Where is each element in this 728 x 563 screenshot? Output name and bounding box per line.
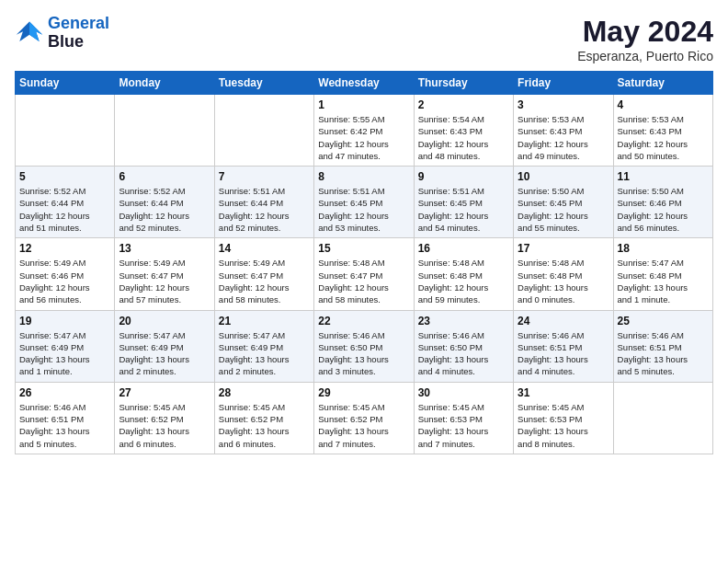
day-number: 21 bbox=[219, 315, 310, 327]
day-number: 25 bbox=[618, 315, 709, 327]
day-info: Sunrise: 5:48 AM Sunset: 6:48 PM Dayligh… bbox=[418, 257, 509, 305]
calendar-cell: 14Sunrise: 5:49 AM Sunset: 6:47 PM Dayli… bbox=[214, 238, 313, 310]
day-number: 17 bbox=[518, 242, 609, 255]
location: Esperanza, Puerto Rico bbox=[577, 49, 713, 63]
calendar-cell: 3Sunrise: 5:53 AM Sunset: 6:43 PM Daylig… bbox=[514, 95, 613, 167]
day-number: 6 bbox=[119, 170, 210, 183]
calendar-cell: 16Sunrise: 5:48 AM Sunset: 6:48 PM Dayli… bbox=[414, 238, 513, 310]
day-number: 2 bbox=[418, 98, 509, 111]
day-info: Sunrise: 5:47 AM Sunset: 6:49 PM Dayligh… bbox=[219, 329, 310, 378]
day-number: 30 bbox=[418, 386, 509, 399]
title-block: May 2024 Esperanza, Puerto Rico bbox=[577, 15, 713, 63]
day-info: Sunrise: 5:50 AM Sunset: 6:46 PM Dayligh… bbox=[618, 185, 709, 234]
day-number: 29 bbox=[318, 386, 409, 399]
day-info: Sunrise: 5:45 AM Sunset: 6:52 PM Dayligh… bbox=[119, 401, 210, 450]
calendar-cell: 19Sunrise: 5:47 AM Sunset: 6:49 PM Dayli… bbox=[16, 310, 115, 382]
day-number: 13 bbox=[119, 242, 210, 255]
day-info: Sunrise: 5:46 AM Sunset: 6:50 PM Dayligh… bbox=[418, 329, 509, 378]
day-number: 22 bbox=[318, 315, 409, 327]
calendar-cell: 30Sunrise: 5:45 AM Sunset: 6:53 PM Dayli… bbox=[414, 382, 513, 454]
calendar-cell: 9Sunrise: 5:51 AM Sunset: 6:45 PM Daylig… bbox=[414, 167, 513, 238]
day-info: Sunrise: 5:47 AM Sunset: 6:49 PM Dayligh… bbox=[119, 329, 210, 378]
month-title: May 2024 bbox=[577, 15, 713, 49]
calendar-cell: 31Sunrise: 5:45 AM Sunset: 6:53 PM Dayli… bbox=[514, 382, 613, 454]
day-info: Sunrise: 5:49 AM Sunset: 6:47 PM Dayligh… bbox=[219, 257, 310, 305]
calendar-cell: 10Sunrise: 5:50 AM Sunset: 6:45 PM Dayli… bbox=[514, 167, 613, 238]
calendar-cell: 4Sunrise: 5:53 AM Sunset: 6:43 PM Daylig… bbox=[613, 95, 712, 167]
day-info: Sunrise: 5:52 AM Sunset: 6:44 PM Dayligh… bbox=[19, 185, 110, 234]
day-info: Sunrise: 5:45 AM Sunset: 6:53 PM Dayligh… bbox=[418, 401, 509, 450]
day-info: Sunrise: 5:51 AM Sunset: 6:45 PM Dayligh… bbox=[318, 185, 409, 234]
calendar-cell: 2Sunrise: 5:54 AM Sunset: 6:43 PM Daylig… bbox=[414, 95, 513, 167]
calendar-cell: 20Sunrise: 5:47 AM Sunset: 6:49 PM Dayli… bbox=[115, 310, 214, 382]
day-number: 19 bbox=[19, 315, 110, 327]
calendar-cell: 6Sunrise: 5:52 AM Sunset: 6:44 PM Daylig… bbox=[115, 167, 214, 238]
day-info: Sunrise: 5:49 AM Sunset: 6:47 PM Dayligh… bbox=[119, 257, 210, 305]
weekday-header-friday: Friday bbox=[514, 72, 613, 95]
calendar-cell: 12Sunrise: 5:49 AM Sunset: 6:46 PM Dayli… bbox=[16, 238, 115, 310]
day-number: 23 bbox=[418, 315, 509, 327]
weekday-header-thursday: Thursday bbox=[414, 72, 513, 95]
day-number: 8 bbox=[318, 170, 409, 183]
day-info: Sunrise: 5:52 AM Sunset: 6:44 PM Dayligh… bbox=[119, 185, 210, 234]
day-number: 27 bbox=[119, 386, 210, 399]
weekday-header-saturday: Saturday bbox=[613, 72, 712, 95]
day-info: Sunrise: 5:51 AM Sunset: 6:44 PM Dayligh… bbox=[219, 185, 310, 234]
day-number: 3 bbox=[518, 98, 609, 111]
calendar-cell: 23Sunrise: 5:46 AM Sunset: 6:50 PM Dayli… bbox=[414, 310, 513, 382]
calendar-cell bbox=[16, 95, 115, 167]
weekday-header-monday: Monday bbox=[115, 72, 214, 95]
logo-text: General Blue bbox=[48, 15, 109, 52]
day-number: 14 bbox=[219, 242, 310, 255]
calendar-cell: 26Sunrise: 5:46 AM Sunset: 6:51 PM Dayli… bbox=[16, 382, 115, 454]
calendar-cell bbox=[214, 95, 313, 167]
day-info: Sunrise: 5:48 AM Sunset: 6:47 PM Dayligh… bbox=[318, 257, 409, 305]
day-info: Sunrise: 5:45 AM Sunset: 6:53 PM Dayligh… bbox=[518, 401, 609, 450]
calendar-row: 12Sunrise: 5:49 AM Sunset: 6:46 PM Dayli… bbox=[16, 238, 713, 310]
day-info: Sunrise: 5:46 AM Sunset: 6:50 PM Dayligh… bbox=[318, 329, 409, 378]
day-number: 16 bbox=[418, 242, 509, 255]
day-info: Sunrise: 5:51 AM Sunset: 6:45 PM Dayligh… bbox=[418, 185, 509, 234]
day-info: Sunrise: 5:50 AM Sunset: 6:45 PM Dayligh… bbox=[518, 185, 609, 234]
day-info: Sunrise: 5:53 AM Sunset: 6:43 PM Dayligh… bbox=[618, 113, 709, 162]
day-number: 4 bbox=[618, 98, 709, 111]
day-info: Sunrise: 5:54 AM Sunset: 6:43 PM Dayligh… bbox=[418, 113, 509, 162]
calendar-cell bbox=[115, 95, 214, 167]
logo: General Blue bbox=[15, 15, 109, 52]
calendar-cell: 13Sunrise: 5:49 AM Sunset: 6:47 PM Dayli… bbox=[115, 238, 214, 310]
day-info: Sunrise: 5:49 AM Sunset: 6:46 PM Dayligh… bbox=[19, 257, 110, 305]
calendar-cell: 22Sunrise: 5:46 AM Sunset: 6:50 PM Dayli… bbox=[314, 310, 414, 382]
day-number: 11 bbox=[618, 170, 709, 183]
calendar-cell: 15Sunrise: 5:48 AM Sunset: 6:47 PM Dayli… bbox=[314, 238, 414, 310]
calendar-table: SundayMondayTuesdayWednesdayThursdayFrid… bbox=[15, 71, 713, 454]
calendar-row: 5Sunrise: 5:52 AM Sunset: 6:44 PM Daylig… bbox=[16, 167, 713, 238]
day-info: Sunrise: 5:46 AM Sunset: 6:51 PM Dayligh… bbox=[518, 329, 609, 378]
day-info: Sunrise: 5:55 AM Sunset: 6:42 PM Dayligh… bbox=[318, 113, 409, 162]
day-info: Sunrise: 5:46 AM Sunset: 6:51 PM Dayligh… bbox=[19, 401, 110, 450]
day-info: Sunrise: 5:47 AM Sunset: 6:49 PM Dayligh… bbox=[19, 329, 110, 378]
calendar-row: 1Sunrise: 5:55 AM Sunset: 6:42 PM Daylig… bbox=[16, 95, 713, 167]
day-info: Sunrise: 5:47 AM Sunset: 6:48 PM Dayligh… bbox=[618, 257, 709, 305]
calendar-row: 26Sunrise: 5:46 AM Sunset: 6:51 PM Dayli… bbox=[16, 382, 713, 454]
day-number: 24 bbox=[518, 315, 609, 327]
calendar-cell: 27Sunrise: 5:45 AM Sunset: 6:52 PM Dayli… bbox=[115, 382, 214, 454]
page-header: General Blue May 2024 Esperanza, Puerto … bbox=[15, 15, 713, 63]
day-info: Sunrise: 5:46 AM Sunset: 6:51 PM Dayligh… bbox=[618, 329, 709, 378]
weekday-header-tuesday: Tuesday bbox=[214, 72, 313, 95]
calendar-cell: 25Sunrise: 5:46 AM Sunset: 6:51 PM Dayli… bbox=[613, 310, 712, 382]
calendar-cell: 28Sunrise: 5:45 AM Sunset: 6:52 PM Dayli… bbox=[214, 382, 313, 454]
day-number: 9 bbox=[418, 170, 509, 183]
day-number: 12 bbox=[19, 242, 110, 255]
logo-icon bbox=[15, 18, 44, 48]
day-info: Sunrise: 5:45 AM Sunset: 6:52 PM Dayligh… bbox=[219, 401, 310, 450]
weekday-header-row: SundayMondayTuesdayWednesdayThursdayFrid… bbox=[16, 72, 713, 95]
day-number: 10 bbox=[518, 170, 609, 183]
day-info: Sunrise: 5:45 AM Sunset: 6:52 PM Dayligh… bbox=[318, 401, 409, 450]
calendar-cell: 18Sunrise: 5:47 AM Sunset: 6:48 PM Dayli… bbox=[613, 238, 712, 310]
day-number: 7 bbox=[219, 170, 310, 183]
day-number: 26 bbox=[19, 386, 110, 399]
day-number: 15 bbox=[318, 242, 409, 255]
day-number: 1 bbox=[318, 98, 409, 111]
day-number: 5 bbox=[19, 170, 110, 183]
day-info: Sunrise: 5:53 AM Sunset: 6:43 PM Dayligh… bbox=[518, 113, 609, 162]
